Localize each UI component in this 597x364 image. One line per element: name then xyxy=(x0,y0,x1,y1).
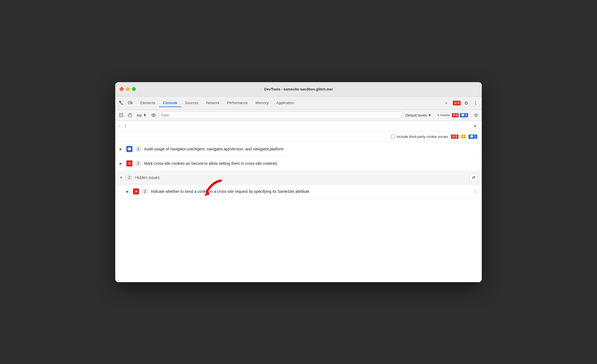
issue-row-1[interactable]: ▶ 💬 1 Audit usage of navigator.userAgent… xyxy=(115,142,482,156)
settings-icon[interactable]: ⚙ xyxy=(462,99,470,107)
console-settings-icon[interactable]: ⚙ xyxy=(472,112,480,119)
sub-issue-row[interactable]: ▶ ✕ 2 Indicate whether to send a cookie … xyxy=(115,184,482,199)
hidden-issues-row[interactable]: ▼ 2 Hidden issues ↺ xyxy=(115,171,482,184)
third-party-chat-icon: 💬 xyxy=(470,135,474,138)
svg-rect-1 xyxy=(128,102,131,104)
default-levels-label: Default levels xyxy=(405,113,427,117)
maximize-button[interactable] xyxy=(132,87,136,91)
third-party-warning-count: 0 xyxy=(463,135,464,138)
tabbar: Elements Console Sources Network Perform… xyxy=(115,97,482,110)
tab-memory[interactable]: Memory xyxy=(252,99,272,107)
stop-recording-icon[interactable] xyxy=(126,112,134,119)
tabs: Elements Console Sources Network Perform… xyxy=(136,99,442,107)
error-x-icon-2: ✕ xyxy=(128,162,131,165)
issues-info-icon: 💬 xyxy=(461,113,465,117)
window-title: DevTools - samesite-sandbox.glitch.me/ xyxy=(264,87,333,91)
clear-console-icon[interactable] xyxy=(117,112,125,119)
third-party-x-icon: ✕ xyxy=(452,135,455,138)
issues-error-count: 3 xyxy=(456,113,458,117)
refresh-icon: ↺ xyxy=(472,175,475,180)
empty-content-area xyxy=(115,199,482,282)
third-party-checkbox[interactable] xyxy=(391,135,395,138)
hidden-count-bubble: 2 xyxy=(126,175,132,181)
more-options-icon[interactable]: ⋮ xyxy=(472,99,480,107)
dropdown-arrow-icon: ▼ xyxy=(143,113,147,117)
third-party-warning-badge: 0 xyxy=(461,135,466,138)
svg-line-4 xyxy=(120,114,122,116)
toolbar: top ▼ Default levels ▼ 4 Issues: ✕ 3 💬 1 xyxy=(115,110,482,121)
issues-error-badge: ✕ 3 xyxy=(452,113,459,117)
third-party-info-badge: 💬 1 xyxy=(468,135,477,139)
issue-icon-error-2: ✕ xyxy=(126,160,132,166)
red-arrow-annotation xyxy=(201,176,226,200)
content-header: › ⋮ ✕ xyxy=(115,121,482,132)
issue-count-1: 1 xyxy=(135,146,141,152)
hidden-issues-label: Hidden issues xyxy=(135,175,467,180)
expand-arrow-1: ▶ xyxy=(120,147,124,151)
tab-sources[interactable]: Sources xyxy=(181,99,202,107)
inspect-icon[interactable] xyxy=(117,99,125,107)
collapse-arrow: ▼ xyxy=(120,176,124,179)
issues-count-badge[interactable]: 4 Issues: ✕ 3 💬 1 xyxy=(435,112,471,118)
error-x-icon: ✕ xyxy=(454,101,457,105)
tab-network[interactable]: Network xyxy=(202,99,223,107)
close-button[interactable] xyxy=(120,87,124,91)
error-count: 3 xyxy=(458,101,459,105)
issue-count-2: 1 xyxy=(135,160,141,166)
device-toggle-icon[interactable] xyxy=(126,99,134,107)
error-badge: ✕ 3 xyxy=(453,101,461,105)
sub-error-x-icon: ✕ xyxy=(135,190,137,193)
issue-icon-info-1: 💬 xyxy=(126,146,132,152)
filter-input[interactable] xyxy=(159,112,402,119)
issue-text-2: Mark cross-site cookies as Secure to all… xyxy=(144,161,477,166)
issues-info-count: 1 xyxy=(465,113,467,117)
tab-performance[interactable]: Performance xyxy=(223,99,252,107)
context-value: top xyxy=(137,113,142,117)
tabbar-right: » ✕ 3 ⚙ ⋮ xyxy=(442,99,480,107)
content-area: › ⋮ ✕ Include third-party cookie issues … xyxy=(115,121,482,282)
close-panel-button[interactable]: ✕ xyxy=(471,122,478,130)
context-selector[interactable]: top ▼ xyxy=(135,112,148,118)
svg-point-5 xyxy=(128,113,132,117)
tab-application[interactable]: Application xyxy=(272,99,298,107)
default-levels-dropdown[interactable]: Default levels ▼ xyxy=(404,112,433,118)
sub-issue-count: 2 xyxy=(142,188,148,194)
issues-info-badge: 💬 1 xyxy=(460,113,468,117)
chevron-right-icon: › xyxy=(119,124,120,128)
minimize-button[interactable] xyxy=(126,87,130,91)
titlebar: DevTools - samesite-sandbox.glitch.me/ xyxy=(115,82,482,97)
sub-row-more-icon[interactable]: ⋮ xyxy=(473,189,477,194)
devtools-window: DevTools - samesite-sandbox.glitch.me/ E… xyxy=(115,82,482,282)
more-tabs-button[interactable]: » xyxy=(442,99,451,107)
issues-label: 4 Issues: xyxy=(437,113,451,117)
default-levels-arrow: ▼ xyxy=(428,113,432,117)
sub-issue-icon-error: ✕ xyxy=(133,188,139,194)
sub-expand-arrow: ▶ xyxy=(126,190,130,193)
traffic-lights xyxy=(120,87,136,91)
svg-point-7 xyxy=(152,114,155,117)
issue-row-2[interactable]: ▶ ✕ 1 Mark cross-site cookies as Secure … xyxy=(115,156,482,171)
tab-console[interactable]: Console xyxy=(159,99,181,107)
svg-point-8 xyxy=(153,115,154,116)
third-party-checkbox-label[interactable]: Include third-party cookie issues xyxy=(391,135,448,139)
issue-text-1: Audit usage of navigator.userAgent, navi… xyxy=(144,147,477,151)
refresh-button[interactable]: ↺ xyxy=(470,174,477,181)
svg-rect-2 xyxy=(131,102,132,104)
sub-issue-text: Indicate whether to send a cookie in a c… xyxy=(151,189,477,194)
hidden-issues-container: ▼ 2 Hidden issues ↺ xyxy=(115,171,482,184)
issues-x-icon: ✕ xyxy=(453,113,455,117)
eye-filter-icon[interactable] xyxy=(150,112,157,119)
third-party-cookie-row: Include third-party cookie issues ✕ 3 0 … xyxy=(115,132,482,142)
third-party-label-text: Include third-party cookie issues xyxy=(397,135,448,139)
third-party-error-count: 3 xyxy=(455,135,457,138)
three-dots-menu-icon[interactable]: ⋮ xyxy=(124,124,127,128)
third-party-info-count: 1 xyxy=(474,135,476,138)
expand-arrow-2: ▶ xyxy=(120,162,124,165)
third-party-error-badge: ✕ 3 xyxy=(451,135,458,139)
tabbar-left-icons xyxy=(117,99,134,107)
info-chat-icon: 💬 xyxy=(127,147,132,151)
tab-elements[interactable]: Elements xyxy=(136,99,159,107)
